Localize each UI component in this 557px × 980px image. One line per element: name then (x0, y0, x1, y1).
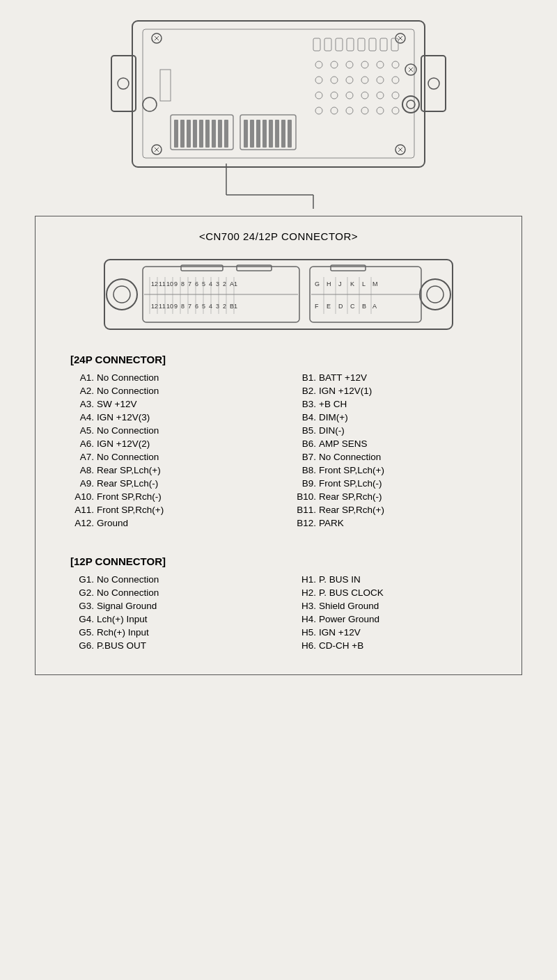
svg-rect-23 (369, 38, 376, 51)
pin-number: B6. (292, 438, 319, 449)
pin-number: H5. (292, 627, 319, 638)
svg-text:E: E (327, 303, 331, 310)
pin-label: No Connection (97, 386, 265, 396)
svg-point-38 (315, 92, 322, 99)
pin-label: DIN(-) (319, 425, 487, 436)
pin-label: IGN +12V(1) (319, 386, 487, 396)
svg-point-5 (428, 78, 439, 89)
pin-number: A1. (70, 372, 97, 383)
svg-rect-18 (313, 38, 320, 51)
svg-text:8: 8 (181, 303, 185, 310)
svg-text:10: 10 (166, 303, 173, 310)
svg-point-43 (392, 92, 399, 99)
svg-text:9: 9 (174, 280, 178, 287)
svg-rect-58 (174, 120, 178, 148)
pin-label: DIM(+) (319, 412, 487, 422)
pin-label: CD-CH +B (319, 640, 487, 651)
pin-label: Front SP,Rch(-) (97, 491, 265, 502)
pin-label: PARK (319, 518, 487, 528)
svg-point-45 (331, 107, 338, 114)
pin-row: B6.AMP SENS (292, 438, 487, 449)
pin-row: B7.No Connection (292, 452, 487, 462)
pin-row: A9.Rear SP,Lch(-) (70, 478, 265, 489)
pin-number: B12. (292, 518, 319, 528)
svg-rect-71 (262, 120, 267, 148)
svg-rect-85 (181, 265, 223, 271)
svg-text:H: H (327, 280, 331, 287)
pin-columns-24p: A1.No ConnectionA2.No ConnectionA3.SW +1… (56, 372, 501, 531)
svg-rect-70 (256, 120, 260, 148)
pin-number: A4. (70, 412, 97, 422)
svg-rect-21 (347, 38, 354, 51)
pin-label: No Connection (97, 587, 265, 598)
pin-number: B4. (292, 412, 319, 422)
svg-point-48 (377, 107, 384, 114)
pin-label: No Connection (97, 574, 265, 585)
svg-point-54 (407, 100, 415, 109)
svg-rect-73 (275, 120, 279, 148)
svg-text:4: 4 (209, 303, 212, 310)
pin-row: A5.No Connection (70, 425, 265, 436)
svg-point-35 (361, 77, 368, 84)
svg-rect-24 (380, 38, 387, 51)
svg-rect-64 (212, 120, 216, 148)
svg-point-30 (377, 61, 384, 68)
svg-point-42 (377, 92, 384, 99)
pin-number: B2. (292, 386, 319, 396)
pin-row: G2.No Connection (70, 587, 265, 598)
svg-rect-65 (218, 120, 222, 148)
pin-row: A6.IGN +12V(2) (70, 438, 265, 449)
pin-label: P. BUS CLOCK (319, 587, 487, 598)
svg-rect-25 (391, 38, 398, 51)
svg-text:4: 4 (209, 280, 212, 287)
svg-text:J: J (338, 280, 342, 287)
pin-label: +B CH (319, 399, 487, 409)
pin-number: B9. (292, 478, 319, 489)
svg-text:2: 2 (223, 303, 226, 310)
svg-text:12: 12 (151, 303, 158, 310)
svg-text:7: 7 (188, 280, 191, 287)
svg-rect-66 (224, 120, 228, 148)
pin-number: B10. (292, 491, 319, 502)
pin-number: G5. (70, 627, 97, 638)
svg-point-33 (331, 77, 338, 84)
svg-point-80 (107, 279, 137, 310)
svg-rect-68 (244, 120, 248, 148)
pin-row: G1.No Connection (70, 574, 265, 585)
svg-rect-62 (199, 120, 203, 148)
pin-label: Power Ground (319, 614, 487, 624)
pin-number: G6. (70, 640, 97, 651)
section-24p-header: [24P CONNECTOR] (70, 354, 508, 365)
svg-text:D: D (338, 303, 343, 310)
svg-rect-72 (269, 120, 273, 148)
pin-column-12p-left: G1.No ConnectionG2.No ConnectionG3.Signa… (56, 574, 278, 654)
pin-row: A7.No Connection (70, 452, 265, 462)
svg-point-32 (315, 77, 322, 84)
pin-label: Ground (97, 518, 265, 528)
svg-text:B: B (362, 303, 366, 310)
svg-rect-137 (331, 265, 366, 271)
connector-diagram: 12 11 10 9 8 7 6 5 4 3 2 A1 12 11 10 9 8… (49, 253, 508, 336)
svg-point-83 (427, 286, 444, 303)
connector-title: <CN700 24/12P CONNECTOR> (49, 230, 508, 242)
pin-label: Signal Ground (97, 601, 265, 611)
svg-text:3: 3 (216, 280, 219, 287)
svg-text:10: 10 (166, 280, 173, 287)
pin-row: G3.Signal Ground (70, 601, 265, 611)
pin-number: A2. (70, 386, 97, 396)
svg-text:B1: B1 (230, 303, 237, 310)
svg-rect-61 (193, 120, 197, 148)
svg-rect-74 (281, 120, 285, 148)
pin-number: B1. (292, 372, 319, 383)
pin-number: B5. (292, 425, 319, 436)
pin-row: A2.No Connection (70, 386, 265, 396)
svg-point-39 (331, 92, 338, 99)
pin-label: BATT +12V (319, 372, 487, 383)
svg-point-47 (361, 107, 368, 114)
pin-row: H1.P. BUS IN (292, 574, 487, 585)
pin-number: A6. (70, 438, 97, 449)
svg-point-29 (361, 61, 368, 68)
svg-rect-56 (160, 70, 171, 101)
pin-label: Rear SP,Rch(-) (319, 491, 487, 502)
pin-row: H5.IGN +12V (292, 627, 487, 638)
